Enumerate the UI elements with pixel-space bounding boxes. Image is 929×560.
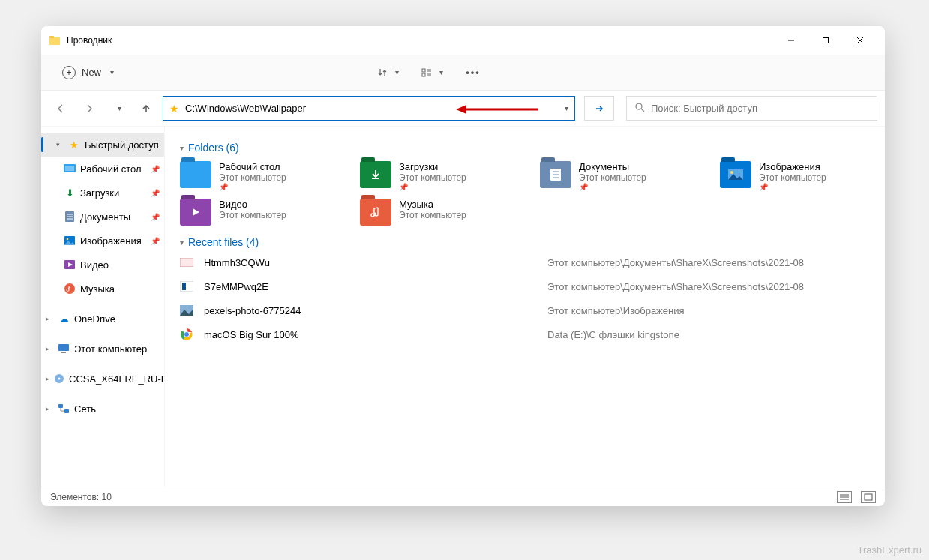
sidebar-item-label: Загрузки — [80, 187, 119, 199]
go-button[interactable] — [584, 96, 614, 121]
document-icon — [64, 211, 76, 223]
sidebar-item-label: CCSA_X64FRE_RU-RU — [69, 373, 164, 385]
sidebar-item-documents[interactable]: Документы 📌 — [41, 205, 164, 229]
recent-header[interactable]: ▾ Recent files (4) — [180, 236, 870, 248]
sidebar-item-label: Быстрый доступ — [85, 139, 159, 151]
item-count: Элементов: 10 — [50, 492, 112, 502]
details-view-button[interactable] — [837, 491, 852, 503]
folder-pictures[interactable]: ИзображенияЭтот компьютер📌 — [720, 161, 870, 191]
folder-videos[interactable]: ВидеоЭтот компьютер — [180, 199, 330, 226]
sidebar-item-this-pc[interactable]: ▸ Этот компьютер — [41, 337, 164, 361]
more-button[interactable]: ••• — [466, 67, 481, 78]
address-input[interactable] — [185, 103, 559, 114]
chevron-down-icon: ▾ — [180, 144, 184, 152]
desktop-icon — [64, 163, 76, 175]
svg-rect-28 — [61, 352, 66, 353]
up-button[interactable] — [134, 97, 158, 121]
sidebar-item-label: Документы — [80, 211, 130, 223]
sidebar-item-videos[interactable]: Видео — [41, 253, 164, 277]
sidebar-item-label: Музыка — [80, 283, 115, 295]
sidebar-item-music[interactable]: Музыка — [41, 277, 164, 301]
sidebar-item-label: Рабочий стол — [80, 163, 142, 175]
search-input[interactable] — [651, 103, 869, 114]
address-dropdown-icon[interactable]: ▾ — [565, 104, 568, 112]
address-bar[interactable]: ★ ▾ — [163, 96, 575, 121]
file-icon — [180, 256, 193, 269]
sidebar-item-pictures[interactable]: Изображения 📌 — [41, 229, 164, 253]
download-icon: ⬇ — [64, 187, 76, 199]
svg-rect-6 — [422, 69, 425, 72]
recent-list: Htmmh3CQWu Этот компьютер\Документы\Shar… — [180, 256, 870, 341]
recent-item[interactable]: S7eMMPwq2E Этот компьютер\Документы\Shar… — [180, 280, 870, 293]
svg-rect-41 — [180, 281, 193, 292]
chevron-down-icon: ▾ — [110, 68, 114, 76]
sidebar-item-downloads[interactable]: ⬇ Загрузки 📌 — [41, 181, 164, 205]
svg-rect-27 — [58, 344, 69, 351]
content-area: ▾ Folders (6) Рабочий столЭтот компьютер… — [165, 127, 885, 487]
sidebar-item-desktop[interactable]: Рабочий стол 📌 — [41, 157, 164, 181]
folder-music[interactable]: МузыкаЭтот компьютер — [360, 199, 510, 226]
recent-locations-button[interactable]: ▾ — [106, 97, 130, 121]
sidebar-item-ccsa[interactable]: ▸ CCSA_X64FRE_RU-RU — [41, 367, 164, 391]
command-bar: + New ▾ ▾ ▾ ••• — [41, 55, 885, 91]
sidebar-item-label: Изображения — [80, 235, 142, 247]
window-title: Проводник — [67, 35, 112, 46]
pin-icon: 📌 — [151, 237, 160, 245]
sort-button[interactable]: ▾ — [377, 67, 399, 78]
folder-downloads[interactable]: ЗагрузкиЭтот компьютер📌 — [360, 161, 510, 191]
pictures-icon — [64, 235, 76, 247]
folder-documents[interactable]: ДокументыЭтот компьютер📌 — [540, 161, 690, 191]
svg-rect-42 — [182, 283, 186, 290]
new-label: New — [82, 67, 101, 78]
svg-marker-39 — [193, 208, 199, 216]
svg-rect-1 — [49, 36, 54, 38]
star-icon: ★ — [68, 139, 80, 151]
svg-point-45 — [184, 332, 190, 337]
sidebar-item-label: Сеть — [74, 403, 96, 415]
music-icon — [64, 283, 76, 295]
svg-point-26 — [64, 283, 75, 294]
svg-rect-0 — [49, 37, 60, 45]
svg-rect-3 — [823, 38, 829, 43]
file-icon — [180, 280, 193, 293]
view-button[interactable]: ▾ — [421, 67, 443, 78]
sidebar-item-label: Видео — [80, 259, 109, 271]
close-button[interactable] — [843, 29, 877, 52]
explorer-window: Проводник + New ▾ ▾ ▾ ••• — [41, 26, 885, 506]
folders-grid: Рабочий столЭтот компьютер📌 ЗагрузкиЭтот… — [180, 161, 870, 226]
recent-item[interactable]: pexels-photo-6775244 Этот компьютер\Изоб… — [180, 304, 870, 317]
plus-icon: + — [62, 66, 76, 79]
star-icon: ★ — [169, 103, 179, 115]
recent-item[interactable]: macOS Big Sur 100% Data (E:)\С флэшки ki… — [180, 328, 870, 341]
svg-line-15 — [641, 109, 644, 112]
pin-icon: 📌 — [151, 213, 160, 221]
thumbnails-view-button[interactable] — [861, 491, 876, 503]
sidebar-item-network[interactable]: ▸ Сеть — [41, 397, 164, 421]
folder-desktop[interactable]: Рабочий столЭтот компьютер📌 — [180, 161, 330, 191]
chevron-right-icon: ▸ — [46, 345, 53, 352]
sidebar-item-onedrive[interactable]: ▸ ☁ OneDrive — [41, 307, 164, 331]
forward-button[interactable] — [77, 97, 101, 121]
chevron-right-icon: ▸ — [46, 375, 49, 382]
maximize-button[interactable] — [808, 29, 843, 52]
title-bar: Проводник — [41, 26, 885, 55]
back-button[interactable] — [49, 97, 73, 121]
minimize-button[interactable] — [774, 29, 808, 52]
svg-rect-40 — [180, 258, 193, 267]
folders-header[interactable]: ▾ Folders (6) — [180, 142, 870, 154]
svg-rect-31 — [58, 404, 63, 408]
svg-rect-9 — [422, 73, 425, 76]
new-button[interactable]: + New ▾ — [55, 61, 121, 84]
chevron-right-icon: ▸ — [46, 315, 53, 322]
sidebar-item-label: Этот компьютер — [74, 343, 147, 355]
search-icon — [634, 102, 645, 115]
search-box[interactable] — [626, 96, 877, 121]
svg-point-23 — [67, 238, 69, 241]
file-icon — [180, 304, 193, 317]
recent-item[interactable]: Htmmh3CQWu Этот компьютер\Документы\Shar… — [180, 256, 870, 269]
chevron-down-icon: ▾ — [56, 141, 64, 148]
computer-icon — [58, 343, 70, 355]
sidebar-item-quick-access[interactable]: ▾ ★ Быстрый доступ — [41, 133, 164, 157]
svg-point-30 — [58, 378, 61, 380]
nav-pane: ▾ ★ Быстрый доступ Рабочий стол 📌 ⬇ Загр… — [41, 127, 165, 487]
